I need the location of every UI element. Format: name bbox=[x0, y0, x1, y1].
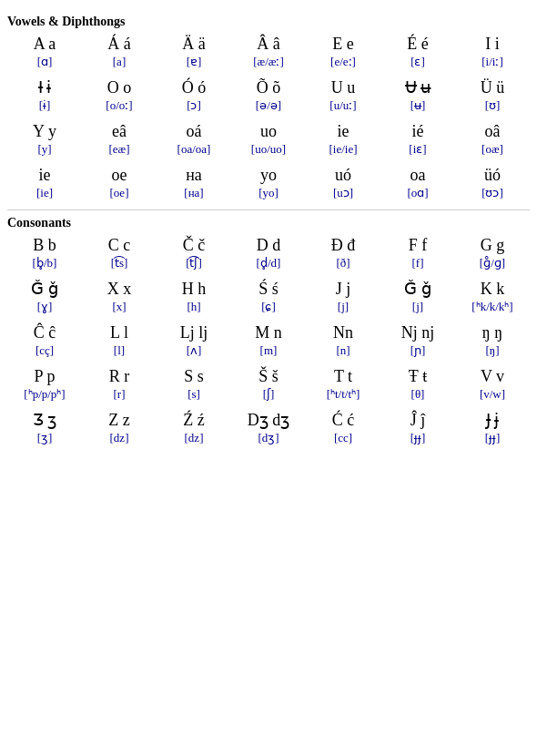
cell-1-0-3: D d[d̥/d] bbox=[231, 232, 306, 276]
cell-1-0-6: G g[ɡ̊/ɡ] bbox=[455, 232, 530, 276]
ipa-1-4-5: [ɟɟ] bbox=[410, 431, 426, 446]
main-char-0-1-3: Õ õ bbox=[257, 77, 281, 98]
cell-0-2-5: ié[iɛ] bbox=[380, 118, 455, 162]
main-char-0-2-4: ie bbox=[338, 121, 350, 142]
main-char-1-4-1: Z z bbox=[108, 410, 129, 431]
cell-0-3-0: ie[ie] bbox=[7, 162, 82, 206]
cell-1-4-5: Ĵ ĵ[ɟɟ] bbox=[380, 407, 455, 451]
ipa-0-3-4: [uɔ] bbox=[333, 186, 353, 201]
cell-1-1-4: J j[j] bbox=[306, 276, 380, 320]
main-char-1-4-4: Ć ć bbox=[332, 410, 355, 431]
main-char-1-4-6: Ɉ ɉ bbox=[486, 410, 500, 431]
cell-1-1-0: Ǧ ǧ[ɣ] bbox=[7, 276, 82, 320]
ipa-0-0-2: [ɐ] bbox=[187, 55, 202, 70]
ipa-0-1-1: [o/oː] bbox=[106, 98, 132, 114]
ipa-1-3-0: [ʰp/p/pʰ] bbox=[24, 387, 65, 403]
cell-1-2-3: M n[m] bbox=[231, 320, 306, 363]
ipa-0-2-2: [oa/oa] bbox=[177, 142, 211, 158]
cell-0-3-2: нa[нa] bbox=[157, 162, 231, 206]
section-title-1: Consonants bbox=[7, 216, 530, 230]
ipa-1-0-0: [b̥/b] bbox=[33, 256, 57, 271]
main-char-1-2-0: Ĉ ĉ bbox=[34, 322, 56, 343]
cell-0-3-4: uó[uɔ] bbox=[306, 162, 380, 206]
cell-0-1-3: Õ õ[ə/ə] bbox=[231, 75, 306, 118]
cell-1-0-2: Č č[t͡ʃ] bbox=[157, 232, 231, 276]
ipa-1-3-4: [ʰt/t/tʰ] bbox=[327, 387, 360, 403]
grid-0: A a[ɑ]Á á[a]Ä ä[ɐ]Â â[æ/æː]E e[e/eː]É é[… bbox=[7, 31, 530, 206]
main-char-0-0-5: É é bbox=[407, 34, 428, 55]
cell-1-3-0: P p[ʰp/p/pʰ] bbox=[7, 363, 82, 407]
ipa-1-3-3: [ʃ] bbox=[263, 387, 275, 403]
main-char-1-0-1: C c bbox=[108, 235, 131, 256]
main-char-0-0-4: E e bbox=[332, 34, 353, 55]
cell-0-2-4: ie[ie/ie] bbox=[306, 118, 380, 162]
ipa-0-2-4: [ie/ie] bbox=[329, 142, 357, 158]
ipa-1-3-1: [r] bbox=[114, 387, 126, 403]
ipa-1-1-3: [ɕ] bbox=[261, 300, 276, 315]
cell-1-3-2: S s[s] bbox=[157, 363, 231, 407]
cell-1-2-4: Nn[n] bbox=[306, 320, 380, 363]
ipa-1-4-2: [dz] bbox=[185, 431, 204, 446]
cell-0-0-6: I i[i/iː] bbox=[455, 31, 530, 75]
cell-0-1-6: Ü ü[ʊ] bbox=[455, 75, 530, 118]
main-char-1-3-5: Ŧ ŧ bbox=[409, 366, 428, 387]
main-char-1-3-3: Š š bbox=[258, 366, 279, 387]
ipa-1-2-3: [m] bbox=[260, 343, 278, 359]
ipa-0-3-5: [oɑ] bbox=[407, 186, 428, 201]
ipa-0-3-3: [yo] bbox=[258, 186, 279, 201]
main-char-0-3-4: uó bbox=[335, 165, 351, 186]
cell-0-0-5: É é[ɛ] bbox=[380, 31, 455, 75]
ipa-1-4-6: [ɟɟ] bbox=[485, 431, 501, 446]
ipa-1-0-3: [d̥/d] bbox=[257, 256, 281, 271]
main-char-1-3-0: P p bbox=[35, 366, 56, 387]
main-char-0-3-0: ie bbox=[39, 165, 51, 186]
ipa-1-3-6: [v/w] bbox=[480, 387, 505, 403]
ipa-0-0-4: [e/eː] bbox=[330, 55, 356, 70]
main-char-1-1-4: J j bbox=[336, 279, 351, 300]
ipa-0-3-2: [нa] bbox=[184, 186, 203, 201]
cell-1-1-1: X x[x] bbox=[82, 276, 157, 320]
main-char-1-2-5: Nj nj bbox=[401, 322, 435, 343]
main-char-1-1-5: Ǧ ǧ bbox=[404, 279, 431, 300]
cell-1-4-6: Ɉ ɉ[ɟɟ] bbox=[455, 407, 530, 451]
ipa-0-3-6: [ʊɔ] bbox=[481, 186, 503, 201]
ipa-0-1-4: [u/uː] bbox=[329, 98, 356, 114]
cell-1-2-6: ŋ ŋ[ŋ] bbox=[455, 320, 530, 363]
main-char-1-1-6: K k bbox=[481, 279, 505, 300]
main-char-1-1-1: X x bbox=[107, 279, 132, 300]
main-char-0-3-1: oe bbox=[112, 165, 127, 186]
main-char-0-1-5: Ʉ ʉ bbox=[405, 77, 431, 98]
main-char-1-0-4: Đ đ bbox=[331, 235, 356, 256]
ipa-1-2-5: [ɲ] bbox=[410, 343, 426, 359]
ipa-0-2-5: [iɛ] bbox=[409, 142, 426, 158]
ipa-1-1-2: [h] bbox=[187, 300, 200, 315]
cell-0-1-0: Ɨ ɨ[ɨ] bbox=[7, 75, 82, 118]
ipa-0-3-1: [oe] bbox=[110, 186, 129, 201]
cell-0-3-6: üó[ʊɔ] bbox=[455, 162, 530, 206]
cell-0-0-1: Á á[a] bbox=[82, 31, 157, 75]
main-char-1-3-1: R r bbox=[109, 366, 130, 387]
cell-1-2-2: Lj lj[ʌ] bbox=[157, 320, 231, 363]
cell-0-1-4: U u[u/uː] bbox=[306, 75, 380, 118]
ipa-1-0-2: [t͡ʃ] bbox=[186, 256, 202, 271]
cell-1-2-0: Ĉ ĉ[cç] bbox=[7, 320, 82, 363]
ipa-0-2-0: [y] bbox=[37, 142, 51, 158]
ipa-1-4-3: [dʒ] bbox=[258, 431, 279, 446]
ipa-1-4-1: [dz] bbox=[110, 431, 129, 446]
cell-1-0-0: B b[b̥/b] bbox=[7, 232, 82, 276]
ipa-1-1-0: [ɣ] bbox=[37, 300, 53, 315]
ipa-1-0-4: [ð] bbox=[336, 256, 350, 271]
cell-1-1-6: K k[ʰk/k/kʰ] bbox=[455, 276, 530, 320]
main-char-1-2-1: L l bbox=[110, 322, 128, 343]
cell-0-2-0: Y y[y] bbox=[7, 118, 82, 162]
cell-0-0-3: Â â[æ/æː] bbox=[231, 31, 306, 75]
main-char-0-2-1: eâ bbox=[112, 121, 127, 142]
main-char-0-3-3: yo bbox=[260, 165, 277, 186]
main-char-1-3-4: T t bbox=[334, 366, 352, 387]
main-char-0-0-0: A a bbox=[34, 34, 56, 55]
cell-0-3-3: yo[yo] bbox=[231, 162, 306, 206]
cell-1-0-4: Đ đ[ð] bbox=[306, 232, 380, 276]
cell-0-0-0: A a[ɑ] bbox=[7, 31, 82, 75]
main-char-0-0-1: Á á bbox=[107, 34, 131, 55]
ipa-0-0-0: [ɑ] bbox=[37, 55, 53, 70]
